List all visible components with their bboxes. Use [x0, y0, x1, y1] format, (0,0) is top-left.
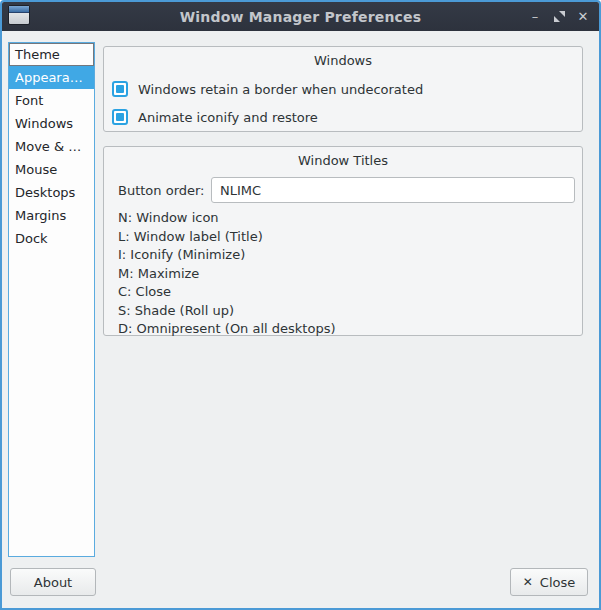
titlebar[interactable]: Window Manager Preferences – ✕	[2, 2, 599, 31]
sidebar-item-theme[interactable]: Theme	[9, 43, 94, 66]
checkbox-row-animate-iconify: Animate iconify and restore	[112, 109, 318, 125]
category-list: Theme Appeara… Font Windows Move & … Mou…	[8, 42, 95, 557]
checkbox-checked-mark	[116, 85, 124, 93]
legend-line: I: Iconify (Minimize)	[118, 246, 574, 265]
button-order-label: Button order:	[118, 183, 211, 198]
legend-line: L: Window label (Title)	[118, 228, 574, 247]
sidebar-item-font[interactable]: Font	[9, 89, 94, 112]
about-button-label: About	[34, 575, 72, 590]
sidebar-item-dock[interactable]: Dock	[9, 227, 94, 250]
legend-line: N: Window icon	[118, 209, 574, 228]
window-controls: – ✕	[523, 2, 595, 31]
close-x-icon: ✕	[523, 575, 533, 589]
sidebar-item-windows[interactable]: Windows	[9, 112, 94, 135]
animate-iconify-label[interactable]: Animate iconify and restore	[138, 110, 318, 125]
windows-section-title: Windows	[104, 53, 582, 68]
retain-border-label[interactable]: Windows retain a border when undecorated	[138, 82, 423, 97]
maximize-icon	[554, 11, 565, 22]
windows-section: Windows Windows retain a border when und…	[103, 46, 583, 132]
sidebar-item-move-resize[interactable]: Move & …	[9, 135, 94, 158]
legend-line: S: Shade (Roll up)	[118, 302, 574, 321]
legend-line: C: Close	[118, 283, 574, 302]
window-titles-section: Window Titles Button order: N: Window ic…	[103, 146, 583, 336]
window-menu-icon[interactable]	[8, 5, 30, 25]
window-manager-preferences-window: Window Manager Preferences – ✕ Theme App…	[0, 0, 601, 610]
retain-border-checkbox[interactable]	[112, 81, 128, 97]
button-order-row: Button order:	[118, 177, 575, 203]
close-window-button[interactable]: ✕	[571, 2, 595, 31]
animate-iconify-checkbox[interactable]	[112, 109, 128, 125]
checkbox-checked-mark	[116, 113, 124, 121]
window-title: Window Manager Preferences	[2, 9, 599, 25]
sidebar-item-appearance[interactable]: Appeara…	[9, 66, 94, 89]
dialog-content: Theme Appeara… Font Windows Move & … Mou…	[2, 31, 599, 608]
close-button-label: Close	[540, 575, 575, 590]
button-order-legend: N: Window icon L: Window label (Title) I…	[118, 209, 574, 339]
sidebar-item-desktops[interactable]: Desktops	[9, 181, 94, 204]
minimize-button[interactable]: –	[523, 2, 547, 31]
maximize-button[interactable]	[547, 2, 571, 31]
window-titles-section-title: Window Titles	[104, 153, 582, 168]
button-order-input[interactable]	[211, 177, 575, 203]
about-button[interactable]: About	[10, 568, 96, 596]
close-button[interactable]: ✕ Close	[510, 568, 588, 596]
sidebar-item-margins[interactable]: Margins	[9, 204, 94, 227]
legend-line: D: Omnipresent (On all desktops)	[118, 320, 574, 339]
sidebar-item-mouse[interactable]: Mouse	[9, 158, 94, 181]
checkbox-row-retain-border: Windows retain a border when undecorated	[112, 81, 423, 97]
legend-line: M: Maximize	[118, 265, 574, 284]
